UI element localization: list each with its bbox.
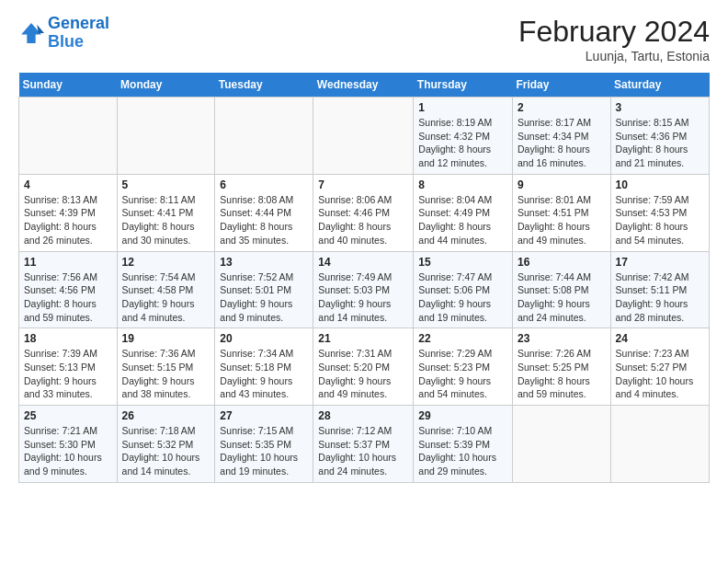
day-number: 2 xyxy=(518,101,606,114)
day-info: Sunrise: 8:17 AM Sunset: 4:34 PM Dayligh… xyxy=(518,116,606,170)
day-info: Sunrise: 7:10 AM Sunset: 5:39 PM Dayligh… xyxy=(418,424,507,478)
calendar-week-4: 18Sunrise: 7:39 AM Sunset: 5:13 PM Dayli… xyxy=(19,328,710,406)
day-number: 20 xyxy=(220,332,308,345)
day-info: Sunrise: 8:19 AM Sunset: 4:32 PM Dayligh… xyxy=(418,116,507,170)
day-number: 11 xyxy=(24,256,112,269)
day-info: Sunrise: 7:56 AM Sunset: 4:56 PM Dayligh… xyxy=(24,270,112,325)
day-info: Sunrise: 8:15 AM Sunset: 4:36 PM Dayligh… xyxy=(616,116,704,170)
day-number: 29 xyxy=(418,409,507,422)
calendar-cell: 22Sunrise: 7:29 AM Sunset: 5:23 PM Dayli… xyxy=(414,328,513,406)
logo-line1: General xyxy=(48,14,109,32)
day-number: 1 xyxy=(418,101,507,114)
calendar-cell: 4Sunrise: 8:13 AM Sunset: 4:39 PM Daylig… xyxy=(19,174,118,251)
calendar-cell: 14Sunrise: 7:49 AM Sunset: 5:03 PM Dayli… xyxy=(313,251,414,328)
day-info: Sunrise: 7:49 AM Sunset: 5:03 PM Dayligh… xyxy=(318,270,408,325)
calendar-cell: 17Sunrise: 7:42 AM Sunset: 5:11 PM Dayli… xyxy=(610,251,709,328)
day-info: Sunrise: 7:26 AM Sunset: 5:25 PM Dayligh… xyxy=(518,347,606,401)
day-info: Sunrise: 7:44 AM Sunset: 5:08 PM Dayligh… xyxy=(518,270,606,325)
calendar-cell: 21Sunrise: 7:31 AM Sunset: 5:20 PM Dayli… xyxy=(313,328,414,406)
calendar-cell: 9Sunrise: 8:01 AM Sunset: 4:51 PM Daylig… xyxy=(512,174,610,251)
day-info: Sunrise: 7:31 AM Sunset: 5:20 PM Dayligh… xyxy=(318,347,408,401)
day-number: 10 xyxy=(616,178,704,191)
calendar-week-1: 1Sunrise: 8:19 AM Sunset: 4:32 PM Daylig… xyxy=(19,98,710,175)
calendar-cell: 28Sunrise: 7:12 AM Sunset: 5:37 PM Dayli… xyxy=(313,406,414,483)
day-number: 18 xyxy=(24,332,112,345)
calendar-cell: 8Sunrise: 8:04 AM Sunset: 4:49 PM Daylig… xyxy=(414,174,513,251)
day-number: 17 xyxy=(616,256,704,269)
calendar-table: SundayMondayTuesdayWednesdayThursdayFrid… xyxy=(18,73,710,483)
calendar-cell xyxy=(313,98,414,175)
calendar-cell: 13Sunrise: 7:52 AM Sunset: 5:01 PM Dayli… xyxy=(215,251,313,328)
day-info: Sunrise: 8:06 AM Sunset: 4:46 PM Dayligh… xyxy=(318,193,408,247)
calendar-body: 1Sunrise: 8:19 AM Sunset: 4:32 PM Daylig… xyxy=(19,98,710,483)
calendar-cell: 27Sunrise: 7:15 AM Sunset: 5:35 PM Dayli… xyxy=(215,406,313,483)
day-info: Sunrise: 7:54 AM Sunset: 4:58 PM Dayligh… xyxy=(122,270,210,325)
calendar-cell xyxy=(512,406,610,483)
weekday-header-friday: Friday xyxy=(512,73,610,98)
day-info: Sunrise: 7:47 AM Sunset: 5:06 PM Dayligh… xyxy=(418,270,507,325)
day-info: Sunrise: 8:04 AM Sunset: 4:49 PM Dayligh… xyxy=(418,193,507,247)
day-info: Sunrise: 8:08 AM Sunset: 4:44 PM Dayligh… xyxy=(220,193,308,247)
weekday-header-row: SundayMondayTuesdayWednesdayThursdayFrid… xyxy=(19,73,710,98)
day-number: 3 xyxy=(616,101,704,114)
day-number: 9 xyxy=(518,178,606,191)
logo-line2: Blue xyxy=(48,32,84,51)
day-number: 25 xyxy=(24,409,112,422)
day-number: 8 xyxy=(418,178,507,191)
day-number: 4 xyxy=(24,178,112,191)
calendar-cell: 7Sunrise: 8:06 AM Sunset: 4:46 PM Daylig… xyxy=(313,174,414,251)
calendar-cell: 1Sunrise: 8:19 AM Sunset: 4:32 PM Daylig… xyxy=(414,98,513,175)
day-number: 16 xyxy=(518,256,606,269)
day-number: 27 xyxy=(220,409,308,422)
calendar-cell: 18Sunrise: 7:39 AM Sunset: 5:13 PM Dayli… xyxy=(19,328,118,406)
calendar-cell: 24Sunrise: 7:23 AM Sunset: 5:27 PM Dayli… xyxy=(610,328,709,406)
calendar-cell: 2Sunrise: 8:17 AM Sunset: 4:34 PM Daylig… xyxy=(512,98,610,175)
day-number: 6 xyxy=(220,178,308,191)
location: Luunja, Tartu, Estonia xyxy=(518,49,710,63)
weekday-header-monday: Monday xyxy=(117,73,215,98)
day-info: Sunrise: 7:23 AM Sunset: 5:27 PM Dayligh… xyxy=(616,347,704,401)
calendar-week-3: 11Sunrise: 7:56 AM Sunset: 4:56 PM Dayli… xyxy=(19,251,710,328)
day-info: Sunrise: 8:11 AM Sunset: 4:41 PM Dayligh… xyxy=(122,193,210,247)
day-number: 24 xyxy=(616,332,704,345)
calendar-cell: 16Sunrise: 7:44 AM Sunset: 5:08 PM Dayli… xyxy=(512,251,610,328)
day-number: 21 xyxy=(318,332,408,345)
day-number: 15 xyxy=(418,256,507,269)
calendar-cell: 12Sunrise: 7:54 AM Sunset: 4:58 PM Dayli… xyxy=(117,251,215,328)
day-info: Sunrise: 7:18 AM Sunset: 5:32 PM Dayligh… xyxy=(122,424,210,478)
calendar-cell: 26Sunrise: 7:18 AM Sunset: 5:32 PM Dayli… xyxy=(117,406,215,483)
day-number: 26 xyxy=(122,409,210,422)
calendar-week-5: 25Sunrise: 7:21 AM Sunset: 5:30 PM Dayli… xyxy=(19,406,710,483)
weekday-header-tuesday: Tuesday xyxy=(215,73,313,98)
day-number: 22 xyxy=(418,332,507,345)
day-info: Sunrise: 7:39 AM Sunset: 5:13 PM Dayligh… xyxy=(24,347,112,401)
calendar-cell: 10Sunrise: 7:59 AM Sunset: 4:53 PM Dayli… xyxy=(610,174,709,251)
weekday-header-wednesday: Wednesday xyxy=(313,73,414,98)
calendar-cell: 19Sunrise: 7:36 AM Sunset: 5:15 PM Dayli… xyxy=(117,328,215,406)
calendar-cell: 29Sunrise: 7:10 AM Sunset: 5:39 PM Dayli… xyxy=(414,406,513,483)
day-info: Sunrise: 8:01 AM Sunset: 4:51 PM Dayligh… xyxy=(518,193,606,247)
day-info: Sunrise: 7:29 AM Sunset: 5:23 PM Dayligh… xyxy=(418,347,507,401)
day-number: 5 xyxy=(122,178,210,191)
calendar-cell xyxy=(19,98,118,175)
day-info: Sunrise: 7:59 AM Sunset: 4:53 PM Dayligh… xyxy=(616,193,704,247)
page-header: General Blue February 2024 Luunja, Tartu… xyxy=(18,15,710,63)
day-number: 23 xyxy=(518,332,606,345)
day-info: Sunrise: 7:12 AM Sunset: 5:37 PM Dayligh… xyxy=(318,424,408,478)
day-info: Sunrise: 8:13 AM Sunset: 4:39 PM Dayligh… xyxy=(24,193,112,247)
calendar-week-2: 4Sunrise: 8:13 AM Sunset: 4:39 PM Daylig… xyxy=(19,174,710,251)
calendar-cell: 6Sunrise: 8:08 AM Sunset: 4:44 PM Daylig… xyxy=(215,174,313,251)
logo-icon xyxy=(18,20,44,46)
calendar-cell: 3Sunrise: 8:15 AM Sunset: 4:36 PM Daylig… xyxy=(610,98,709,175)
day-number: 28 xyxy=(318,409,408,422)
logo: General Blue xyxy=(18,15,109,52)
day-number: 13 xyxy=(220,256,308,269)
day-info: Sunrise: 7:36 AM Sunset: 5:15 PM Dayligh… xyxy=(122,347,210,401)
day-info: Sunrise: 7:21 AM Sunset: 5:30 PM Dayligh… xyxy=(24,424,112,478)
month-year: February 2024 xyxy=(518,15,710,49)
day-info: Sunrise: 7:42 AM Sunset: 5:11 PM Dayligh… xyxy=(616,270,704,325)
day-info: Sunrise: 7:52 AM Sunset: 5:01 PM Dayligh… xyxy=(220,270,308,325)
logo-text: General Blue xyxy=(48,15,109,52)
weekday-header-sunday: Sunday xyxy=(19,73,118,98)
calendar-cell: 23Sunrise: 7:26 AM Sunset: 5:25 PM Dayli… xyxy=(512,328,610,406)
